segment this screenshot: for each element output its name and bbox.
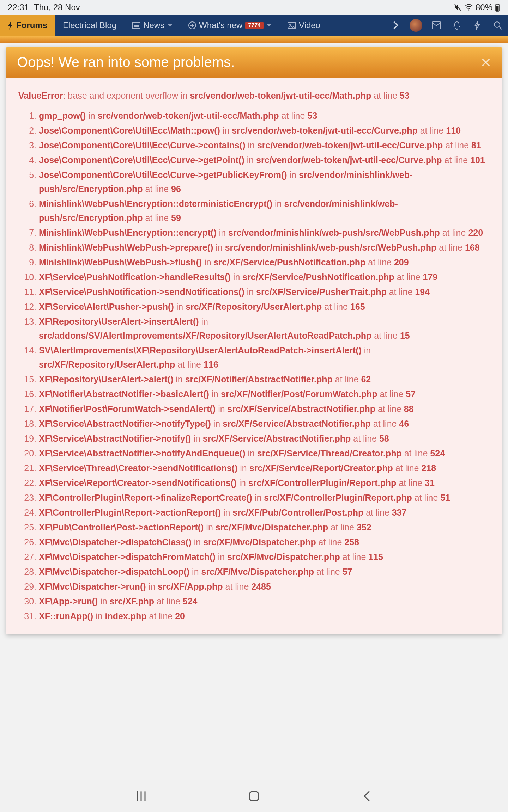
back-button[interactable] [356,786,377,807]
trace-at: at line [393,463,422,473]
trace-line: 101 [470,155,485,165]
trace-in: in [220,125,232,135]
nav-alerts[interactable] [447,15,467,36]
trace-in: in [204,522,215,532]
exception-file: src/vendor/web-token/jwt-util-ecc/Math.p… [190,91,371,100]
trace-frame: XF\Notifier\AbstractNotifier->basicAlert… [39,387,490,401]
trace-line: 116 [204,359,218,369]
trace-at: at line [322,302,350,312]
trace-frame: XF\Notifier\Post\ForumWatch->sendAlert()… [39,401,490,416]
trace-line: 88 [404,404,414,414]
exception-at: at line [371,91,400,100]
trace-fn: XF\App->run() [39,596,98,606]
trace-line: 218 [421,463,436,473]
nav-blog[interactable]: Electrical Blog [55,15,124,36]
trace-fn: Minishlink\WebPush\WebPush->flush() [39,257,202,267]
trace-at: at line [333,374,361,384]
trace-in: in [93,611,105,621]
trace-line: 168 [465,242,480,252]
mute-icon [454,3,462,12]
trace-in: in [199,316,208,326]
exception-msg: : base and exponent overflow in [63,91,190,100]
nav-whatsnew[interactable]: What's new 7774 [181,15,280,36]
trace-at: at line [442,155,471,165]
trace-file: src/XF/Service/PushNotification.php [242,272,394,282]
trace-file: src/XF/Service/Report/Creator.php [249,463,393,473]
home-button[interactable] [243,786,265,807]
error-overlay: Oops! We ran into some problems. ValueEr… [6,47,502,634]
statusbar-left: 22:31 Thu, 28 Nov [8,2,80,12]
trace-file: src/addons/SV/AlertImprovements/XF/Repos… [39,331,371,340]
trace-in: in [216,552,227,562]
trace-at: at line [279,111,308,121]
trace-frame: XF\Mvc\Dispatcher->dispatchFromMatch() i… [39,549,490,564]
trace-line: 179 [423,272,438,282]
device-navbar [0,780,508,812]
trace-line: 62 [361,374,371,384]
trace-line: 53 [307,111,317,121]
trace-in: in [287,170,299,180]
trace-in: in [216,404,227,414]
trace-frame: XF\Service\PushNotification->handleResul… [39,270,490,284]
trace-file: src/XF/Pub/Controller/Post.php [232,508,363,517]
trace-frame: XF::runApp() in index.php at line 20 [39,609,490,623]
trace-in: in [146,582,158,591]
trace-file: src/vendor/web-token/jwt-util-ecc/Math.p… [98,111,279,121]
chevron-down-icon [167,23,173,28]
main-navbar: Forums Electrical Blog News What's new 7… [0,15,508,36]
overlay-header: Oops! We ran into some problems. [6,47,502,78]
trace-frame: Minishlink\WebPush\WebPush->flush() in s… [39,255,490,270]
trace-in: in [211,419,223,429]
trace-fn: SV\AlertImprovements\XF\Repository\UserA… [39,345,362,355]
nav-scroll-right[interactable] [385,15,406,36]
nav-video-label: Video [299,20,320,30]
trace-line: 81 [471,140,481,150]
nav-search[interactable] [488,15,508,36]
nav-news-label: News [143,20,164,30]
trace-in: in [98,596,109,606]
trace-file: src/vendor/web-token/jwt-util-ecc/Curve.… [232,125,417,135]
trace-line: 524 [183,596,198,606]
trace-line: 57 [343,567,352,577]
trace-file: src/XF/Service/PushNotification.php [214,257,366,267]
trace-frame: XF\Mvc\Dispatcher->dispatchLoop() in src… [39,564,490,579]
trace-fn: XF\Service\PushNotification->handleResul… [39,272,231,282]
trace-line: 352 [357,522,371,532]
trace-line: 209 [394,257,409,267]
trace-at: at line [143,184,171,194]
trace-in: in [252,493,264,503]
trace-file: src/XF.php [110,596,154,606]
close-button[interactable] [480,57,491,68]
trace-file: src/XF/Service/AbstractNotifier.php [203,433,351,443]
nav-news[interactable]: News [124,15,181,36]
trace-fn: XF\Mvc\Dispatcher->dispatchClass() [39,537,192,547]
trace-frame: Minishlink\WebPush\Encryption::determini… [39,196,490,225]
trace-line: 15 [400,331,410,340]
trace-file: src/XF/Mvc/Dispatcher.php [203,537,316,547]
trace-at: at line [340,552,369,562]
nav-video[interactable]: Video [280,15,322,36]
trace-at: at line [154,596,183,606]
nav-forums[interactable]: Forums [0,15,55,36]
exception-line: ValueError: base and exponent overflow i… [18,88,490,103]
trace-at: at line [443,140,471,150]
recent-apps-button[interactable] [131,786,152,807]
bolt-icon [8,21,13,30]
avatar-icon [410,19,422,32]
trace-fn: Minishlink\WebPush\WebPush->prepare() [39,242,213,252]
trace-fn: XF\Mvc\Dispatcher->run() [39,582,146,591]
trace-fn: XF\Repository\UserAlert->insertAlert() [39,316,199,326]
trace-frame: XF\Repository\UserAlert->alert() in src/… [39,372,490,387]
trace-at: at line [371,331,400,340]
nav-inbox[interactable] [426,15,447,36]
trace-at: at line [396,478,425,488]
trace-frame: Minishlink\WebPush\Encryption::encrypt()… [39,225,490,240]
trace-line: 20 [175,611,185,621]
trace-fn: XF\Service\Alert\Pusher->push() [39,302,174,312]
nav-avatar[interactable] [406,15,426,36]
nav-bolt[interactable] [467,15,488,36]
trace-frame: Jose\Component\Core\Util\Ecc\Math::pow()… [39,123,490,138]
trace-fn: XF\Service\Report\Creator->sendNotificat… [39,478,237,488]
trace-frame: XF\Mvc\Dispatcher->run() in src/XF/App.p… [39,579,490,594]
overlay-title: Oops! We ran into some problems. [17,54,480,70]
